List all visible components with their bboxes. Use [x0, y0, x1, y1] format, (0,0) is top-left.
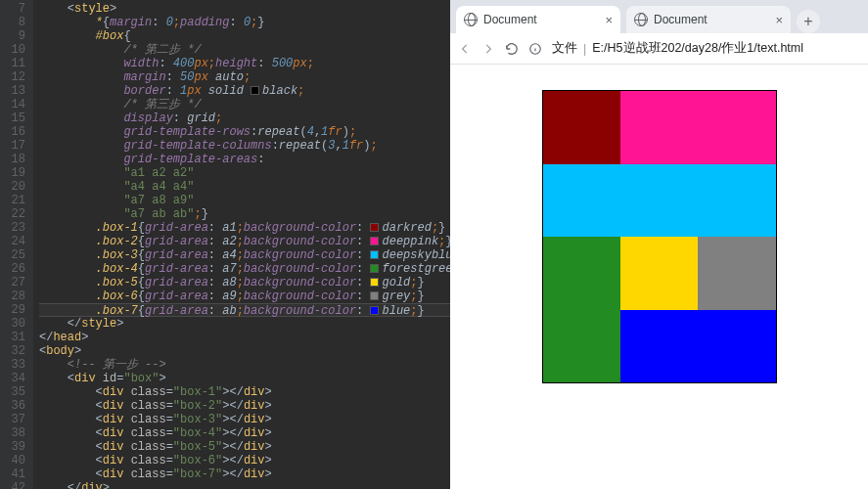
browser-toolbar: 文件 | E:/H5逆战班202/day28/作业1/text.html — [450, 33, 868, 65]
grid-cell-forestgreen — [543, 237, 620, 382]
line-gutter: 7891011121314151617181920212223242526272… — [0, 0, 33, 489]
grid-cell-blue — [620, 310, 776, 383]
grid-cell-grey — [698, 237, 775, 310]
grid-cell-deeppink — [620, 91, 776, 164]
globe-icon — [464, 13, 478, 26]
grid-box — [542, 90, 777, 383]
scheme-separator: | — [583, 42, 586, 56]
grid-cell-gold — [620, 237, 698, 310]
code-content[interactable]: <style> *{margin: 0;padding: 0;} #box{ /… — [33, 0, 450, 489]
tab-title: Document — [483, 13, 537, 26]
address-bar[interactable]: 文件 | E:/H5逆战班202/day28/作业1/text.html — [552, 40, 803, 57]
file-path: E:/H5逆战班202/day28/作业1/text.html — [592, 40, 803, 57]
browser-tab-active[interactable]: Document × — [456, 6, 620, 33]
close-icon[interactable]: × — [605, 13, 613, 27]
back-icon[interactable] — [458, 42, 472, 56]
browser-window: Document × Document × + 文件 | E:/H5逆战班202… — [450, 0, 868, 489]
grid-cell-darkred — [543, 91, 620, 164]
close-icon[interactable]: × — [775, 13, 783, 27]
globe-icon — [634, 13, 648, 26]
forward-icon[interactable] — [481, 42, 495, 56]
scheme-label: 文件 — [552, 40, 577, 57]
reload-icon[interactable] — [505, 42, 519, 56]
info-icon[interactable] — [528, 42, 542, 56]
page-viewport — [450, 65, 868, 489]
browser-tab-inactive[interactable]: Document × — [626, 6, 791, 33]
browser-tab-bar: Document × Document × + — [450, 0, 868, 33]
tab-title: Document — [654, 13, 708, 26]
grid-cell-deepskyblue — [543, 164, 776, 238]
code-editor[interactable]: 7891011121314151617181920212223242526272… — [0, 0, 450, 489]
new-tab-button[interactable]: + — [797, 10, 820, 33]
